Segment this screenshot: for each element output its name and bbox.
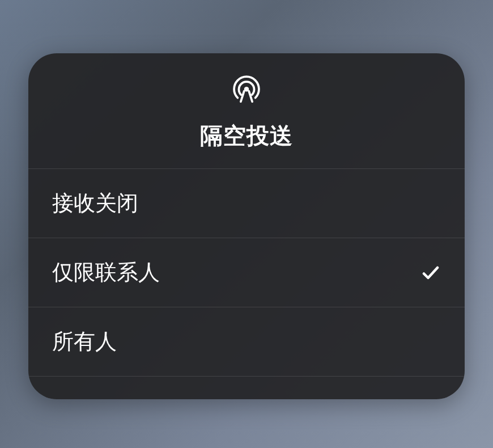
option-contacts-only[interactable]: 仅限联系人 xyxy=(28,238,465,307)
bottom-spacer xyxy=(28,377,465,399)
checkmark-icon xyxy=(420,263,441,283)
option-label: 所有人 xyxy=(52,327,117,356)
option-everyone[interactable]: 所有人 xyxy=(28,307,465,377)
airdrop-settings-panel: 隔空投送 接收关闭 仅限联系人 所有人 xyxy=(28,53,465,399)
option-label: 接收关闭 xyxy=(52,189,138,218)
option-receiving-off[interactable]: 接收关闭 xyxy=(28,169,465,238)
panel-title: 隔空投送 xyxy=(200,120,293,151)
panel-header: 隔空投送 xyxy=(28,53,465,169)
airdrop-icon xyxy=(231,75,262,105)
option-label: 仅限联系人 xyxy=(52,258,160,287)
